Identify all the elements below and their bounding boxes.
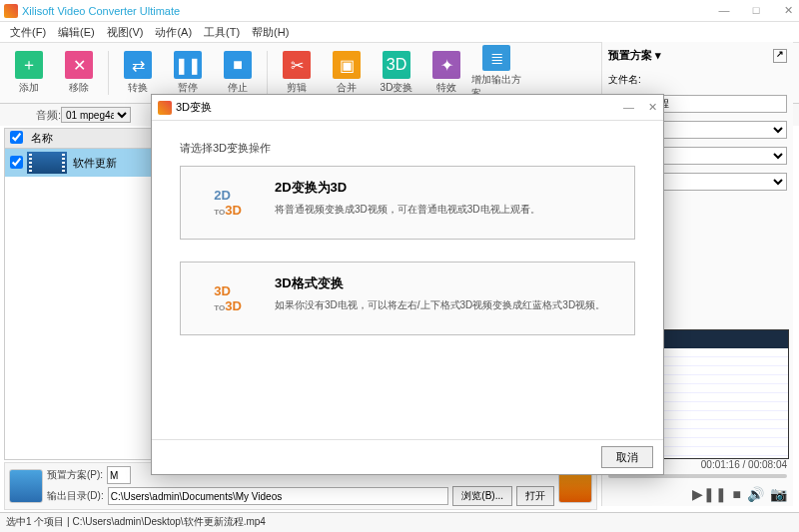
merge-icon: ▣ [333, 51, 361, 79]
outdir-input[interactable] [108, 487, 449, 505]
play-pause-icon[interactable]: ▶❚❚ [692, 486, 727, 502]
pause-icon: ❚❚ [174, 51, 202, 79]
titlebar: Xilisoft Video Converter Ultimate — □ ✕ [0, 0, 799, 22]
app-logo [4, 4, 18, 18]
3d-button[interactable]: 3D3D变换 [372, 45, 421, 101]
dialog-close[interactable]: ✕ [648, 101, 657, 114]
menu-tools[interactable]: 工具(T) [200, 25, 244, 40]
option-2d-to-3d[interactable]: 2DTO3D 2D变换为3D 将普通视频变换成3D视频，可在普通电视或3D电视上… [180, 166, 635, 240]
open-button[interactable]: 打开 [516, 486, 554, 506]
pause-button[interactable]: ❚❚暂停 [163, 45, 213, 101]
2d-to-3d-icon: 2DTO3D [197, 179, 259, 227]
row-filename: 软件更新 [73, 156, 117, 171]
preset-input[interactable] [107, 466, 131, 484]
outdir-label: 输出目录(D): [47, 489, 104, 503]
row-checkbox[interactable] [10, 156, 23, 169]
cut-button[interactable]: ✂剪辑 [272, 45, 322, 101]
convert-button[interactable]: ⇄转换 [113, 45, 163, 101]
menu-file[interactable]: 文件(F) [6, 25, 50, 40]
minimize-button[interactable]: — [717, 4, 731, 17]
preset-label: 预置方案(P): [47, 468, 103, 482]
filename-label: 文件名: [608, 74, 641, 85]
cancel-button[interactable]: 取消 [601, 446, 653, 468]
menu-edit[interactable]: 编辑(E) [54, 25, 99, 40]
close-button[interactable]: ✕ [781, 4, 795, 17]
menu-view[interactable]: 视图(V) [103, 25, 148, 40]
dialog-prompt: 请选择3D变换操作 [180, 141, 635, 156]
status-bar: 选中1 个项目 | C:\Users\admin\Desktop\软件更新流程.… [0, 512, 799, 532]
remove-button[interactable]: ✕移除 [54, 45, 104, 101]
3d-conversion-dialog: 3D变换 — ✕ 请选择3D变换操作 2DTO3D 2D变换为3D 将普通视频变… [151, 94, 664, 475]
profile-thumbnail[interactable] [9, 469, 43, 503]
x-icon: ✕ [65, 51, 93, 79]
stop-icon[interactable]: ■ [733, 486, 741, 502]
audio-select[interactable]: 01 mpeg4aa [61, 107, 131, 123]
merge-button[interactable]: ▣合并 [322, 45, 372, 101]
dialog-icon [158, 101, 172, 115]
dialog-minimize[interactable]: — [623, 101, 634, 114]
browse-button[interactable]: 浏览(B)... [452, 486, 512, 506]
status-text: 选中1 个项目 | C:\Users\admin\Desktop\软件更新流程.… [6, 516, 266, 527]
preset-header[interactable]: 预置方案 ▾ [608, 48, 661, 63]
menu-action[interactable]: 动作(A) [151, 25, 196, 40]
snapshot-icon[interactable]: 📷 [770, 486, 787, 502]
effects-button[interactable]: ✦特效 [421, 45, 471, 101]
option-3d-to-3d[interactable]: 3DTO3D 3D格式变换 如果你没有3D电视，可以将左右/上下格式3D视频变换… [180, 262, 635, 335]
option1-title: 2D变换为3D [275, 179, 618, 197]
video-thumbnail [27, 152, 67, 174]
3d-icon: 3D [383, 51, 410, 79]
scissors-icon: ✂ [283, 51, 311, 79]
app-title: Xilisoft Video Converter Ultimate [22, 5, 180, 17]
dialog-titlebar: 3D变换 — ✕ [152, 95, 663, 121]
option1-desc: 将普通视频变换成3D视频，可在普通电视或3D电视上观看。 [275, 203, 618, 217]
maximize-button[interactable]: □ [749, 4, 763, 17]
volume-icon[interactable]: 🔊 [747, 486, 764, 502]
option2-desc: 如果你没有3D电视，可以将左右/上下格式3D视频变换成红蓝格式3D视频。 [275, 298, 618, 312]
option2-title: 3D格式变换 [275, 274, 618, 292]
3d-to-3d-icon: 3DTO3D [197, 274, 259, 322]
dialog-title: 3D变换 [176, 100, 212, 115]
select-all-checkbox[interactable] [10, 131, 23, 144]
menubar: 文件(F) 编辑(E) 视图(V) 动作(A) 工具(T) 帮助(H) [0, 22, 799, 42]
menu-help[interactable]: 帮助(H) [248, 25, 293, 40]
wand-icon: ✦ [432, 51, 460, 79]
audio-label: 音频: [36, 108, 61, 123]
stop-button[interactable]: ■停止 [213, 45, 263, 101]
plus-icon: ＋ [15, 51, 43, 79]
profile-icon: ≣ [482, 45, 510, 71]
add-profile-button[interactable]: ≣增加输出方案 [471, 45, 521, 101]
convert-icon: ⇄ [124, 51, 152, 79]
expand-icon[interactable] [773, 49, 787, 63]
add-button[interactable]: ＋添加 [4, 45, 54, 101]
stop-icon: ■ [224, 51, 252, 79]
